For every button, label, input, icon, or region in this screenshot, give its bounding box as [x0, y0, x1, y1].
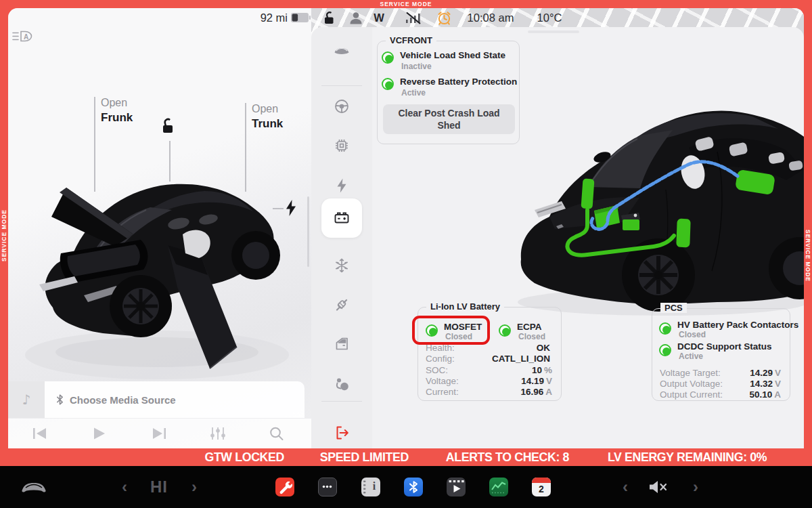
- no-cellular-icon: [404, 12, 422, 24]
- pcs-panel: PCS HV Battery Pack Contactors Closed DC…: [652, 308, 790, 401]
- ecpa-state: Closed: [518, 332, 545, 341]
- service-mode-banner-right: SERVICE MODE: [804, 202, 812, 310]
- table-row: Config:CATL_LI_ION: [426, 354, 552, 364]
- vehicle-visualization-panel: A: [8, 8, 311, 448]
- lightning-icon: [333, 177, 351, 194]
- sidebar-item-vehicle[interactable]: [333, 42, 351, 60]
- search-button[interactable]: [267, 426, 286, 441]
- alert-lv-energy-remaining: LV ENERGY REMAINING: 0%: [608, 450, 767, 465]
- table-row: Current:16.96A: [426, 387, 552, 397]
- indicator-label: DCDC Support Status: [677, 341, 772, 352]
- indicator-state: Closed: [679, 330, 706, 339]
- snowflake-icon: [333, 257, 351, 274]
- music-note-icon: ♪: [22, 391, 31, 408]
- lv-battery-title: Li-Ion LV Battery: [426, 301, 504, 312]
- taskbar: ‹ HI ›: [0, 466, 812, 508]
- sidebar-item-airbag[interactable]: [333, 375, 351, 393]
- open-trunk-button[interactable]: Open Trunk: [252, 102, 283, 131]
- alert-alerts-to-check[interactable]: ALERTS TO CHECK: 8: [446, 450, 569, 465]
- media-player[interactable]: ♪ Choose Media Source: [8, 381, 304, 418]
- driver-profile-name[interactable]: W: [367, 8, 390, 27]
- left-panel-scrollbar[interactable]: [307, 196, 309, 267]
- sidebar-item-high-voltage[interactable]: [333, 177, 351, 194]
- volume-down-chevron[interactable]: ‹: [623, 466, 628, 508]
- vehicle-controls-button[interactable]: [19, 466, 49, 508]
- table-row: Voltage Target:14.29V: [660, 368, 781, 378]
- charge-port-callout-line: [273, 208, 284, 209]
- car-icon: [19, 479, 49, 495]
- table-row: SOC:10%: [426, 365, 552, 375]
- outside-temperature[interactable]: 10°C: [529, 8, 570, 27]
- main-content: VCFRONT Vehicle Load Shed State Inactive…: [8, 8, 804, 448]
- app-calendar[interactable]: 2: [532, 466, 551, 508]
- car-icon: [333, 42, 351, 60]
- lock-callout-line: [169, 141, 171, 182]
- ellipsis-icon: [319, 478, 336, 495]
- battery-range-value: 92 mi: [231, 8, 288, 27]
- status-dot-green: [659, 322, 671, 335]
- table-row: Output Current:50.10A: [660, 389, 781, 400]
- indicator-state: Active: [679, 352, 703, 361]
- sidebar-item-thermal[interactable]: [333, 257, 351, 274]
- indicator-label: HV Battery Pack Contactors: [677, 320, 798, 330]
- volume-up-chevron[interactable]: ›: [693, 466, 698, 508]
- frunk-callout-line: [94, 97, 95, 192]
- sidebar-item-doors[interactable]: [333, 335, 351, 353]
- previous-track-button[interactable]: [30, 426, 49, 441]
- sidebar-item-suspension[interactable]: [333, 296, 351, 314]
- muted-speaker-icon: [648, 480, 668, 494]
- media-source-label: Choose Media Source: [70, 394, 176, 406]
- volume-muted-button[interactable]: [648, 466, 668, 508]
- unlock-icon[interactable]: [158, 117, 176, 135]
- chip-icon: [333, 137, 351, 154]
- media-source-row[interactable]: Choose Media Source: [55, 394, 176, 406]
- trunk-callout-line: [245, 103, 246, 192]
- wrench-icon: [275, 478, 294, 496]
- driver-profile-icon[interactable]: [348, 12, 363, 24]
- service-alert-bar: GTW LOCKED SPEED LIMITED ALERTS TO CHECK…: [0, 448, 812, 466]
- svg-text:A: A: [24, 33, 28, 41]
- indicator-label: Reverse Battery Protection: [400, 77, 517, 87]
- sidebar-item-exit-service[interactable]: [333, 424, 351, 442]
- app-owners-manual[interactable]: i: [361, 466, 380, 508]
- alert-speed-limited: SPEED LIMITED: [320, 450, 409, 465]
- bluetooth-icon: [55, 394, 64, 406]
- sidebar-divider: [321, 85, 362, 86]
- sidebar-item-lv-battery[interactable]: [333, 209, 351, 227]
- next-track-button[interactable]: [150, 426, 168, 441]
- sidebar-item-steering[interactable]: [333, 98, 351, 115]
- clear-post-crash-load-shed-button[interactable]: Clear Post Crash Load Shed: [383, 104, 515, 134]
- climate-temperature-setting[interactable]: HI: [150, 466, 168, 508]
- app-bluetooth[interactable]: [404, 466, 423, 508]
- steering-wheel-icon: [333, 98, 351, 115]
- panel-drag-handle[interactable]: [528, 30, 579, 33]
- service-mode-banner-left: SERVICE MODE: [0, 182, 8, 290]
- ecpa-label: ECPA: [517, 322, 542, 332]
- app-more[interactable]: [318, 466, 337, 508]
- video-player-icon: [447, 478, 466, 496]
- door-icon: [333, 335, 351, 353]
- vcfront-panel: VCFRONT Vehicle Load Shed State Inactive…: [377, 41, 520, 144]
- temp-decrease-chevron[interactable]: ‹: [122, 466, 127, 508]
- charge-port-bolt-icon[interactable]: [286, 199, 296, 217]
- sidebar-item-chip[interactable]: [333, 137, 351, 154]
- app-video-player[interactable]: [447, 466, 466, 508]
- manual-i-glyph: i: [368, 480, 380, 492]
- open-frunk-button[interactable]: Open Frunk: [101, 96, 133, 125]
- unlock-icon[interactable]: [321, 11, 337, 25]
- app-service-wrench[interactable]: [275, 466, 294, 508]
- tesla-service-mode-screen: SERVICE MODE SERVICE MODE SERVICE MODE: [0, 0, 812, 508]
- equalizer-button[interactable]: [208, 426, 227, 441]
- media-controls-bar: [8, 418, 311, 448]
- app-charts[interactable]: [489, 466, 508, 508]
- indicator-state: Active: [401, 88, 426, 98]
- table-row: Output Voltage:14.32V: [660, 379, 781, 389]
- airbag-icon: [333, 375, 351, 393]
- vehicle-3d-view[interactable]: [8, 152, 311, 382]
- bluetooth-icon: [404, 478, 423, 496]
- play-button[interactable]: [89, 426, 108, 441]
- status-dot-green: [659, 344, 671, 356]
- temp-increase-chevron[interactable]: ›: [191, 466, 197, 508]
- auto-headlight-icon: A: [11, 27, 34, 46]
- mosfet-highlight-box: [412, 316, 490, 345]
